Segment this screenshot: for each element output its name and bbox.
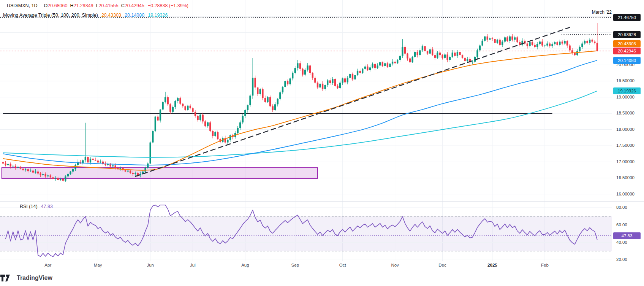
ma-indicator-title: Moving Average Triple (50, 100, 200, Sim… bbox=[3, 13, 98, 18]
low-label: L bbox=[96, 3, 99, 8]
price-axis-label: 17.00000 bbox=[616, 159, 635, 164]
ma50-value: 20.43303 bbox=[101, 13, 121, 18]
high-value: 21.29349 bbox=[73, 3, 93, 8]
price-axis-badge: 20.43303 bbox=[613, 40, 641, 47]
rsi-axis-label: 20.00 bbox=[616, 257, 627, 262]
rsi-axis-label: 40.00 bbox=[616, 240, 627, 245]
footer-bar: TradingView bbox=[0, 271, 644, 286]
rsi-axis-badge: 47.83 bbox=[613, 232, 641, 239]
price-axis-label: 17.50000 bbox=[616, 143, 635, 148]
time-axis-label: Oct bbox=[339, 263, 346, 267]
tradingview-chart-window: USD/MXN, 1DO20.68060H21.29349L20.41555C2… bbox=[0, 0, 644, 286]
price-axis-label: 19.50000 bbox=[616, 78, 635, 83]
close-value: 20.42945 bbox=[125, 3, 144, 8]
rsi-value: 47.83 bbox=[41, 204, 53, 209]
low-value: 20.41555 bbox=[99, 3, 119, 8]
time-axis-label: Sep bbox=[291, 263, 299, 267]
rsi-axis-label: 60.00 bbox=[616, 222, 627, 227]
pane-separator[interactable] bbox=[0, 201, 644, 202]
price-axis-label: 16.50000 bbox=[616, 175, 635, 180]
price-axis-separator bbox=[612, 0, 612, 271]
tradingview-brand-text[interactable]: TradingView bbox=[17, 275, 52, 281]
tradingview-logo-icon[interactable] bbox=[0, 274, 10, 282]
time-axis-label: Apr bbox=[44, 263, 51, 267]
open-label: O bbox=[44, 3, 48, 8]
change-value: −0.28838 (−1.39%) bbox=[148, 3, 188, 8]
time-axis-label: Nov bbox=[391, 263, 399, 267]
rsi-axis-label: 80.00 bbox=[616, 205, 627, 210]
price-axis-label: 18.50000 bbox=[616, 111, 635, 115]
symbol-title: USD/MXN, 1D bbox=[7, 3, 38, 8]
ma-legend-row[interactable]: Moving Average Triple (50, 100, 200, Sim… bbox=[3, 13, 168, 18]
price-axis-label: 19.00000 bbox=[616, 95, 635, 99]
close-label: C bbox=[121, 3, 125, 8]
time-axis-label: Dec bbox=[438, 263, 446, 267]
price-axis-badge: 19.19326 bbox=[613, 87, 641, 94]
ma200-value: 19.19326 bbox=[148, 13, 168, 18]
price-pane-canvas[interactable] bbox=[0, 0, 612, 201]
price-axis-label: 18.00000 bbox=[616, 127, 635, 132]
price-axis-badge: 20.14080 bbox=[613, 57, 641, 64]
price-axis-badge: 21.46750 bbox=[613, 14, 641, 21]
time-axis-label: Feb bbox=[541, 263, 549, 267]
march-22-label: March '22 bbox=[578, 10, 612, 15]
time-axis-label: 2025 bbox=[487, 263, 497, 267]
time-axis-label: Aug bbox=[241, 263, 249, 267]
rsi-pane-canvas[interactable] bbox=[0, 201, 612, 261]
time-axis-label: May bbox=[94, 263, 102, 267]
symbol-legend-row[interactable]: USD/MXN, 1DO20.68060H21.29349L20.41555C2… bbox=[7, 3, 188, 8]
time-axis-label: Jun bbox=[147, 263, 154, 267]
ma100-value: 20.14080 bbox=[125, 13, 144, 18]
price-axis-badge: 20.42945 bbox=[613, 48, 641, 54]
open-value: 20.68060 bbox=[47, 3, 67, 8]
price-axis-label: 16.00000 bbox=[616, 192, 635, 196]
time-axis-label: Jul bbox=[190, 263, 196, 267]
rsi-legend-row[interactable]: RSI (14)47.83 bbox=[20, 204, 53, 209]
time-axis-separator bbox=[0, 261, 644, 261]
rsi-indicator-title: RSI (14) bbox=[20, 204, 38, 209]
price-axis-badge: 20.93928 bbox=[613, 31, 641, 38]
